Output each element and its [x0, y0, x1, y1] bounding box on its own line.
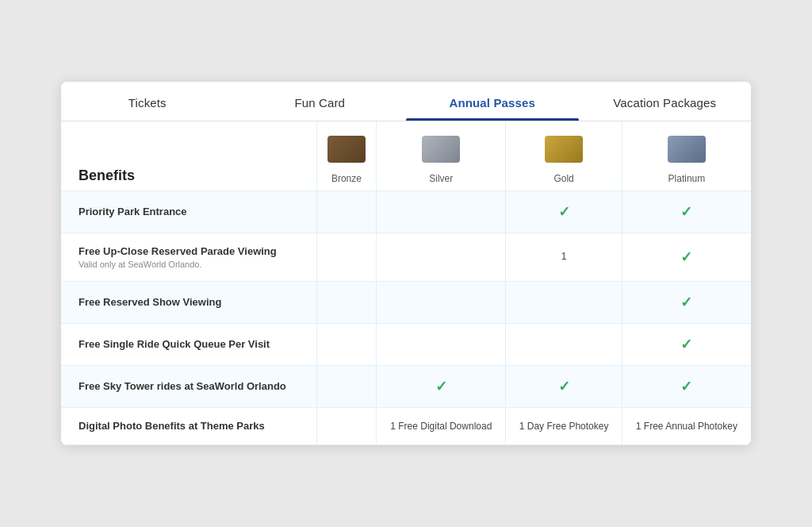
- platinum-cell: ✓: [622, 323, 751, 365]
- tab-tickets[interactable]: Tickets: [61, 82, 234, 121]
- tier-silver-header: Silver: [377, 121, 506, 191]
- table-row: Free Reserved Show Viewing✓: [61, 281, 751, 323]
- benefits-header: Benefits: [61, 121, 316, 191]
- silver-cell: 1 Free Digital Download: [377, 407, 506, 445]
- tier-platinum-header: Platinum: [622, 121, 751, 191]
- tab-annual-passes[interactable]: Annual Passes: [406, 82, 579, 121]
- gold-cell: 1 Day Free Photokey: [506, 407, 622, 445]
- cell-value: 1: [561, 251, 567, 262]
- bronze-cell: [316, 365, 377, 407]
- cell-value: 1 Day Free Photokey: [519, 421, 609, 432]
- bronze-cell: [316, 233, 377, 281]
- table-row: Free Up-Close Reserved Parade ViewingVal…: [61, 233, 751, 281]
- silver-swatch: [422, 136, 460, 163]
- tab-bar: Tickets Fun Card Annual Passes Vacation …: [61, 82, 751, 121]
- platinum-cell: ✓: [622, 190, 751, 233]
- silver-label: Silver: [385, 173, 497, 184]
- platinum-cell: 1 Free Annual Photokey: [622, 407, 751, 445]
- silver-cell: [377, 233, 506, 281]
- benefit-name-cell: Free Reserved Show Viewing: [61, 281, 316, 323]
- table-header-row: Benefits Bronze Silver Gold: [61, 121, 751, 191]
- checkmark-icon: ✓: [680, 204, 692, 220]
- comparison-table: Benefits Bronze Silver Gold: [61, 121, 751, 446]
- gold-cell: [506, 281, 622, 323]
- table-row: Priority Park Entrance✓✓: [61, 190, 751, 233]
- silver-cell: ✓: [377, 365, 506, 407]
- benefit-name-cell: Free Up-Close Reserved Parade ViewingVal…: [61, 233, 316, 281]
- tier-gold-header: Gold: [506, 121, 622, 191]
- cell-value: 1 Free Digital Download: [390, 421, 492, 432]
- table-body: Priority Park Entrance✓✓Free Up-Close Re…: [61, 190, 751, 445]
- checkmark-icon: ✓: [558, 379, 570, 394]
- bronze-cell: [316, 281, 377, 323]
- gold-cell: 1: [506, 233, 622, 281]
- bronze-swatch: [327, 136, 366, 163]
- table-row: Free Single Ride Quick Queue Per Visit✓: [61, 323, 751, 365]
- main-card: Tickets Fun Card Annual Passes Vacation …: [61, 82, 751, 446]
- platinum-swatch: [668, 136, 706, 163]
- checkmark-icon: ✓: [435, 379, 447, 394]
- tab-fun-card[interactable]: Fun Card: [234, 82, 407, 121]
- gold-cell: ✓: [506, 190, 622, 233]
- checkmark-icon: ✓: [680, 379, 692, 394]
- cell-value: 1 Free Annual Photokey: [636, 421, 737, 432]
- gold-cell: ✓: [506, 365, 622, 407]
- table-row: Free Sky Tower rides at SeaWorld Orlando…: [61, 365, 751, 407]
- checkmark-icon: ✓: [558, 204, 570, 220]
- platinum-label: Platinum: [630, 173, 743, 184]
- tab-vacation-packages[interactable]: Vacation Packages: [579, 82, 752, 121]
- gold-swatch: [545, 136, 583, 163]
- benefit-name-cell: Digital Photo Benefits at Theme Parks: [61, 407, 316, 445]
- tier-bronze-header: Bronze: [316, 121, 377, 191]
- bronze-label: Bronze: [325, 173, 369, 184]
- benefit-name-cell: Free Sky Tower rides at SeaWorld Orlando: [61, 365, 316, 407]
- silver-cell: [377, 323, 506, 365]
- benefit-name-cell: Free Single Ride Quick Queue Per Visit: [61, 323, 316, 365]
- checkmark-icon: ✓: [680, 337, 692, 352]
- bronze-cell: [316, 407, 377, 445]
- bronze-cell: [316, 323, 377, 365]
- silver-cell: [377, 190, 506, 233]
- gold-cell: [506, 323, 622, 365]
- table-row: Digital Photo Benefits at Theme Parks1 F…: [61, 407, 751, 445]
- silver-cell: [377, 281, 506, 323]
- benefit-name-cell: Priority Park Entrance: [61, 190, 316, 233]
- comparison-table-wrap: Benefits Bronze Silver Gold: [61, 121, 751, 446]
- bronze-cell: [316, 190, 377, 233]
- checkmark-icon: ✓: [680, 294, 692, 310]
- platinum-cell: ✓: [622, 233, 751, 281]
- platinum-cell: ✓: [622, 281, 751, 323]
- platinum-cell: ✓: [622, 365, 751, 407]
- gold-label: Gold: [514, 173, 613, 184]
- checkmark-icon: ✓: [680, 249, 692, 265]
